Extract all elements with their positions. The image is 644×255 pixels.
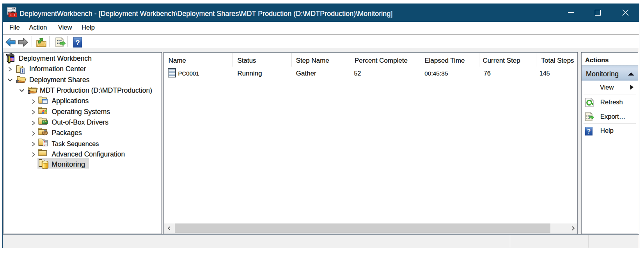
svg-text:?: ? xyxy=(587,128,591,135)
svg-text:?: ? xyxy=(75,39,80,47)
